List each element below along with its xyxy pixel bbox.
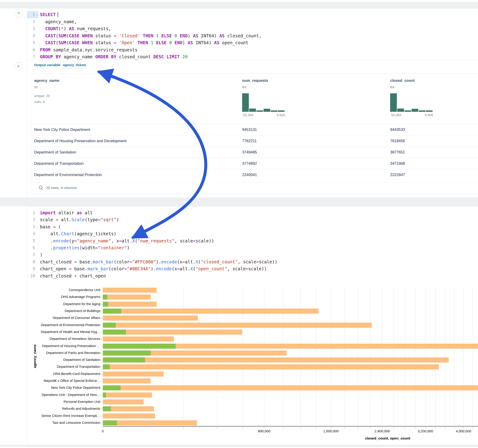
x-tick <box>316 427 316 428</box>
gridline <box>243 287 243 426</box>
bar-closed_count <box>103 385 478 390</box>
gridline <box>445 287 445 426</box>
x-tick <box>283 427 283 428</box>
y-tick <box>101 318 103 318</box>
sql-cell-card: 1⌄SELECT2 agency_name,3 COUNT(*) AS num_… <box>27 8 478 198</box>
y-tick <box>101 367 103 367</box>
bar-open_count <box>103 350 151 356</box>
y-axis-label: HRA Benefit Card Replacement <box>31 372 100 376</box>
bar-open_count <box>103 385 121 390</box>
sql-code-editor[interactable]: 1⌄SELECT2 agency_name,3 COUNT(*) AS num_… <box>27 8 478 60</box>
x-tick <box>415 427 415 428</box>
code-line: 3 COUNT(*) AS num_requests, <box>27 25 478 32</box>
column-header[interactable]: closed_count <box>390 78 415 83</box>
gridline <box>370 287 371 426</box>
x-tick <box>217 427 217 428</box>
column-header[interactable]: agency_name <box>34 78 59 83</box>
gridline <box>301 287 301 426</box>
add-cell-button-top[interactable]: + <box>14 9 23 18</box>
bar-open_count <box>103 406 111 411</box>
result-table: agency_namestrunique: 20nulls: 0num_requ… <box>31 74 478 194</box>
y-tick <box>101 409 103 409</box>
gridline <box>217 287 217 426</box>
bar-closed_count <box>103 372 164 377</box>
output-variable-badge[interactable]: agency_tickets <box>61 62 87 69</box>
x-axis-tick-label: 1,600,000 <box>323 429 339 433</box>
y-tick <box>101 304 103 305</box>
gridline <box>472 287 473 426</box>
collapse-chevron-icon[interactable]: ⌄ <box>36 11 38 18</box>
x-tick <box>264 427 264 428</box>
bar-open_count <box>103 420 117 425</box>
line-number: 4 <box>27 32 35 39</box>
y-axis-label: Department of Housing Preservation … <box>31 344 100 348</box>
table-row[interactable]: Department of Sanitation37494853677651 <box>31 147 478 158</box>
code-line: 5 .encode(y="agency_name", x=alt.X("num_… <box>27 237 478 244</box>
line-number: 7 <box>27 251 35 258</box>
y-tick <box>101 360 103 360</box>
x-tick <box>464 427 464 428</box>
y-axis-label: Taxi and Limousine Commission <box>31 421 100 424</box>
x-tick <box>358 427 358 428</box>
code-line: 6FROM sample_data.nyc.service_requests <box>27 46 478 53</box>
line-number: 9 <box>27 265 35 272</box>
column-header[interactable]: num_requests <box>242 78 268 83</box>
table-cell: 7782211 <box>242 139 257 143</box>
x-tick <box>183 427 184 428</box>
line-number: 7 <box>27 53 35 60</box>
output-variable-name: agency_tickets <box>63 63 87 67</box>
y-tick <box>101 325 103 325</box>
table-cell: 9453131 <box>242 127 257 132</box>
gridline <box>183 287 184 426</box>
table-row[interactable]: Department of Transportation377489234719… <box>31 158 478 169</box>
bar-closed_count <box>103 288 157 293</box>
table-cell: 7618456 <box>390 139 405 143</box>
y-tick <box>101 423 103 423</box>
y-axis-label: Department of Buildings <box>31 309 100 313</box>
x-axis-line <box>103 426 478 427</box>
x-tick <box>425 427 426 428</box>
table-cell: 3677651 <box>390 150 405 154</box>
y-tick <box>101 374 103 374</box>
altair-bar-chart: Correspondence UnitDHS Advantage Program… <box>27 280 478 442</box>
line-number: 1 <box>27 209 35 216</box>
search-icon[interactable] <box>38 185 44 190</box>
bar-closed_count <box>103 309 318 314</box>
collapse-chevron-icon[interactable]: ⌄ <box>36 223 38 230</box>
column-stat: nulls: 0 <box>34 100 45 104</box>
line-number: 3 <box>27 223 35 230</box>
table-row[interactable]: Department of Environmental Protection22… <box>31 169 478 181</box>
text-cursor <box>58 12 58 17</box>
bar-closed_count <box>103 378 151 384</box>
table-cell: Department of Sanitation <box>34 150 76 154</box>
y-axis-label: Senior Citizen Rent Increase Exempti… <box>31 414 100 417</box>
line-number: 2 <box>27 18 35 25</box>
bar-closed_count <box>103 399 144 404</box>
gridline <box>382 287 382 426</box>
bar-open_count <box>103 392 106 398</box>
line-number: 5 <box>27 39 35 46</box>
code-line: 5 CAST(SUM(CASE WHEN status = 'Open' THE… <box>27 39 478 46</box>
x-tick <box>345 427 345 428</box>
line-number: 4 <box>27 230 35 237</box>
line-number: 3 <box>27 25 35 32</box>
notebook-page: { "accent": {"arrow_blue": "#2a5ad6", "h… <box>0 0 478 448</box>
table-row[interactable]: New York City Police Department945313194… <box>31 124 478 136</box>
code-line: 8chart_closed = base.mark_bar(color="#FF… <box>27 258 478 266</box>
y-axis-label: New York City Police Department <box>31 386 100 389</box>
y-tick <box>101 353 103 353</box>
cell-gap <box>0 445 478 447</box>
result-table-footer: 20 rows, 4 columns <box>31 182 478 194</box>
y-tick <box>101 290 103 290</box>
y-axis-label: Personal Exemption Unit <box>31 400 100 404</box>
table-row[interactable]: Department of Housing Preservation and D… <box>31 135 478 147</box>
table-cell: 3749485 <box>242 150 257 154</box>
bar-closed_count <box>103 413 155 418</box>
table-cell: New York City Police Department <box>34 127 90 132</box>
add-cell-button-output[interactable]: + <box>14 62 23 71</box>
python-code-editor[interactable]: 1import altair as alt2scale = alt.Scale(… <box>27 206 478 280</box>
y-axis-label: Refunds and Adjustments <box>31 407 100 411</box>
x-axis-tick-label: 0 <box>102 429 104 433</box>
bar-closed_count <box>103 316 198 321</box>
bar-open_count <box>103 357 145 362</box>
